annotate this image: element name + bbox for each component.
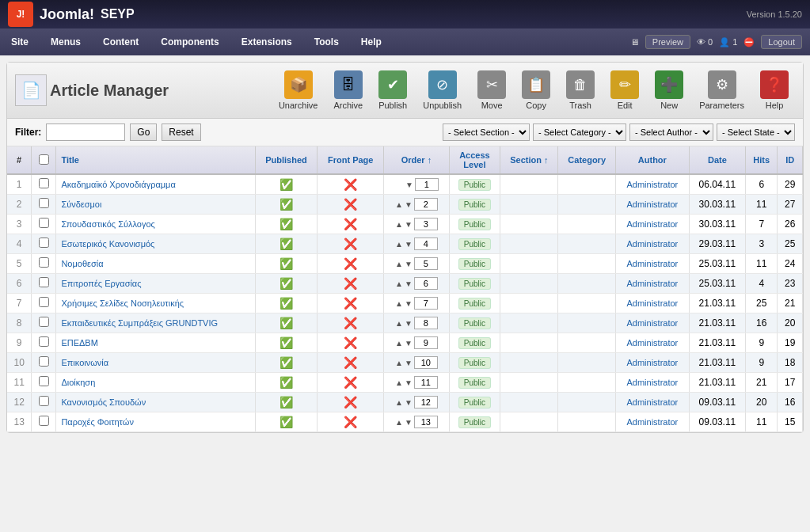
order-down-arrow[interactable]: ▼ — [405, 339, 413, 348]
row-checkbox-cell[interactable] — [32, 274, 56, 294]
row-frontpage-cell[interactable]: ❌ — [318, 254, 384, 274]
order-up-arrow[interactable]: ▲ — [395, 319, 403, 328]
row-frontpage-cell[interactable]: ❌ — [318, 393, 384, 412]
new-button[interactable]: ➕ New — [648, 67, 690, 113]
order-up-arrow[interactable]: ▲ — [395, 279, 403, 288]
row-checkbox-cell[interactable] — [32, 333, 56, 353]
col-frontpage[interactable]: Front Page — [318, 146, 384, 174]
row-checkbox[interactable] — [39, 336, 49, 347]
row-published-cell[interactable]: ✅ — [255, 393, 317, 412]
order-up-arrow[interactable]: ▲ — [395, 378, 403, 387]
row-checkbox-cell[interactable] — [32, 373, 56, 393]
order-down-arrow[interactable]: ▼ — [405, 279, 413, 288]
row-frontpage-cell[interactable]: ❌ — [318, 294, 384, 314]
article-title-link[interactable]: Σύνδεσμοι — [61, 200, 101, 209]
trash-button[interactable]: 🗑 Trash — [560, 67, 601, 113]
nav-menus[interactable]: Menus — [40, 28, 92, 55]
row-checkbox-cell[interactable] — [32, 412, 56, 432]
nav-components[interactable]: Components — [150, 28, 230, 55]
order-down-arrow[interactable]: ▼ — [405, 299, 413, 308]
row-checkbox-cell[interactable] — [32, 393, 56, 412]
section-select[interactable]: - Select Section - — [443, 124, 530, 141]
row-checkbox[interactable] — [39, 198, 49, 208]
order-down-arrow[interactable]: ▼ — [405, 359, 413, 367]
order-down-arrow[interactable]: ▼ — [405, 378, 413, 387]
row-checkbox[interactable] — [39, 218, 49, 228]
row-frontpage-cell[interactable]: ❌ — [318, 174, 384, 195]
row-checkbox[interactable] — [39, 297, 49, 307]
row-checkbox[interactable] — [39, 277, 49, 287]
filter-input[interactable] — [46, 124, 125, 141]
row-frontpage-cell[interactable]: ❌ — [318, 314, 384, 333]
author-link[interactable]: Administrator — [626, 378, 678, 387]
article-title-link[interactable]: Επικοινωνία — [61, 358, 108, 367]
article-title-link[interactable]: Εσωτερικός Κανονισμός — [61, 239, 154, 249]
row-frontpage-cell[interactable]: ❌ — [318, 353, 384, 373]
row-frontpage-cell[interactable]: ❌ — [318, 215, 384, 234]
order-up-arrow[interactable]: ▲ — [395, 418, 403, 427]
row-published-cell[interactable]: ✅ — [255, 412, 317, 432]
article-title-link[interactable]: Εκπαιδευτικές Συμπράξεις GRUNDTVIG — [61, 318, 218, 328]
row-frontpage-cell[interactable]: ❌ — [318, 234, 384, 254]
order-input[interactable] — [414, 218, 438, 230]
order-down-arrow[interactable]: ▼ — [405, 180, 413, 189]
order-input[interactable] — [414, 356, 438, 369]
order-down-arrow[interactable]: ▼ — [405, 200, 413, 209]
order-input[interactable] — [414, 376, 438, 389]
row-checkbox-cell[interactable] — [32, 195, 56, 215]
order-up-arrow[interactable]: ▲ — [395, 200, 403, 209]
row-published-cell[interactable]: ✅ — [255, 215, 317, 234]
order-up-arrow[interactable]: ▲ — [395, 220, 403, 229]
author-link[interactable]: Administrator — [626, 279, 678, 288]
order-up-arrow[interactable]: ▲ — [395, 240, 403, 249]
nav-help[interactable]: Help — [350, 28, 393, 55]
row-frontpage-cell[interactable]: ❌ — [318, 333, 384, 353]
row-frontpage-cell[interactable]: ❌ — [318, 373, 384, 393]
row-published-cell[interactable]: ✅ — [255, 274, 317, 294]
order-down-arrow[interactable]: ▼ — [405, 240, 413, 249]
row-published-cell[interactable]: ✅ — [255, 254, 317, 274]
article-title-link[interactable]: Επιτροπές Εργασίας — [61, 279, 141, 288]
row-published-cell[interactable]: ✅ — [255, 353, 317, 373]
article-title-link[interactable]: Χρήσιμες Σελίδες Νοσηλευτικής — [61, 298, 184, 308]
nav-site[interactable]: Site — [0, 28, 40, 55]
author-link[interactable]: Administrator — [626, 219, 678, 229]
archive-button[interactable]: 🗄 Archive — [327, 67, 369, 113]
row-published-cell[interactable]: ✅ — [255, 195, 317, 215]
nav-tools[interactable]: Tools — [303, 28, 350, 55]
copy-button[interactable]: 📋 Copy — [515, 67, 557, 113]
reset-button[interactable]: Reset — [162, 124, 200, 141]
order-input[interactable] — [415, 178, 439, 191]
order-input[interactable] — [414, 198, 438, 211]
order-input[interactable] — [414, 396, 438, 408]
row-checkbox[interactable] — [39, 376, 49, 386]
order-up-arrow[interactable]: ▲ — [395, 398, 403, 407]
order-up-arrow[interactable]: ▲ — [395, 359, 403, 367]
go-button[interactable]: Go — [130, 124, 157, 141]
row-checkbox-cell[interactable] — [32, 234, 56, 254]
select-all-checkbox[interactable] — [39, 154, 49, 165]
author-link[interactable]: Administrator — [626, 239, 678, 249]
article-title-link[interactable]: Παροχές Φοιτητών — [61, 417, 134, 427]
logout-button[interactable]: Logout — [761, 35, 802, 49]
nav-extensions[interactable]: Extensions — [230, 28, 303, 55]
row-checkbox-cell[interactable] — [32, 353, 56, 373]
order-input[interactable] — [414, 238, 438, 250]
row-checkbox-cell[interactable] — [32, 294, 56, 314]
category-select[interactable]: - Select Category - — [533, 124, 626, 141]
row-checkbox-cell[interactable] — [32, 174, 56, 195]
order-down-arrow[interactable]: ▼ — [405, 260, 413, 268]
row-checkbox[interactable] — [39, 178, 49, 188]
author-link[interactable]: Administrator — [626, 397, 678, 407]
row-checkbox[interactable] — [39, 416, 49, 426]
row-checkbox[interactable] — [39, 396, 49, 406]
row-published-cell[interactable]: ✅ — [255, 234, 317, 254]
order-input[interactable] — [414, 336, 438, 349]
order-down-arrow[interactable]: ▼ — [405, 398, 413, 407]
row-checkbox[interactable] — [39, 257, 49, 268]
unarchive-button[interactable]: 📦 Unarchive — [272, 67, 325, 113]
author-link[interactable]: Administrator — [626, 338, 678, 348]
author-link[interactable]: Administrator — [626, 298, 678, 308]
order-down-arrow[interactable]: ▼ — [405, 319, 413, 328]
order-up-arrow[interactable]: ▲ — [395, 299, 403, 308]
